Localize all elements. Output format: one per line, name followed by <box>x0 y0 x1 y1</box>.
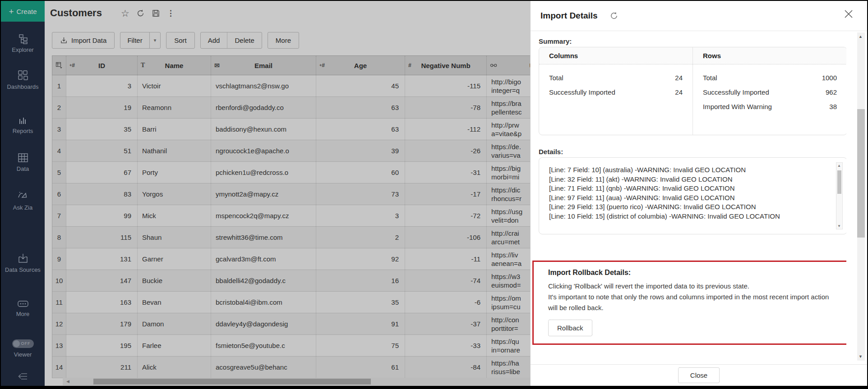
summary-row-value: 24 <box>675 74 683 82</box>
summary-rows-header: Rows <box>693 47 846 64</box>
summary-row-value: 38 <box>829 103 837 110</box>
summary-row-value: 1000 <box>822 74 837 82</box>
panel-body: Summary: Columns Total 24 Successfully I… <box>531 32 846 364</box>
summary-row-label: Successfully Imported <box>549 88 615 96</box>
details-warning-line: [Line: 71 Field: 11] (qnb) -WARNING: Inv… <box>549 184 827 193</box>
panel-refresh-icon[interactable] <box>609 11 619 20</box>
details-warning-line: [Line: 10 Field: 15] (district of columb… <box>549 212 827 221</box>
summary-columns-header: Columns <box>539 47 693 64</box>
summary-row-label: Successfully Imported <box>703 88 769 96</box>
scroll-up-arrow-icon[interactable]: ▲ <box>859 34 863 39</box>
window-bottom-border <box>1 386 867 388</box>
rollback-heading: Import Rollback Details: <box>548 269 843 277</box>
summary-row-value: 24 <box>675 88 683 96</box>
summary-row-label: Total <box>549 74 563 82</box>
details-warning-line: [Line: 29 Field: 13] (puerto rico) -WARN… <box>549 202 827 212</box>
details-label: Details: <box>539 148 846 156</box>
details-warning-line: [Line: 97 Field: 11] (aua) -WARNING: Inv… <box>549 193 827 203</box>
rollback-description-line: It's important to note that only the row… <box>548 292 839 313</box>
import-details-panel: Import Details Summary: Columns Total 24 <box>530 1 867 386</box>
rollback-button[interactable]: Rollback <box>548 320 592 336</box>
summary-row: Imported With Warning 38 <box>703 103 837 110</box>
rollback-description-line: Clicking 'Rollback' will revert the impo… <box>548 281 839 292</box>
details-scrollbar-thumb[interactable] <box>837 170 841 194</box>
panel-header: Import Details <box>531 1 867 31</box>
summary-row-label: Total <box>703 74 717 82</box>
summary-row: Successfully Imported 24 <box>549 88 683 96</box>
app-window: + Create Explorer Dashboards Reports Dat… <box>0 0 868 389</box>
summary-label: Summary: <box>539 37 846 45</box>
panel-title: Import Details <box>540 11 598 21</box>
details-scrollbar[interactable]: ▲ ▼ <box>836 162 843 229</box>
panel-footer: Close <box>531 364 867 386</box>
summary-row-value: 962 <box>826 88 837 96</box>
details-warning-line: [Line: 7 Field: 10] (australia) -WARNING… <box>549 165 827 175</box>
panel-close-icon[interactable] <box>843 8 854 22</box>
scroll-up-arrow-icon[interactable]: ▲ <box>837 164 841 168</box>
modal-dim-overlay <box>1 1 530 386</box>
panel-scrollbar[interactable]: ▲ ▼ <box>857 32 865 361</box>
summary-row: Total 24 <box>549 74 683 82</box>
summary-row: Successfully Imported 962 <box>703 88 837 96</box>
details-warning-line: [Line: 32 Field: 11] (akt) -WARNING: Inv… <box>549 175 827 184</box>
scroll-down-arrow-icon[interactable]: ▼ <box>837 224 841 228</box>
panel-scrollbar-thumb[interactable] <box>857 109 865 238</box>
summary-rows-section: Rows Total 1000 Successfully Imported 96… <box>693 47 846 135</box>
scroll-down-arrow-icon[interactable]: ▼ <box>859 354 863 359</box>
close-button[interactable]: Close <box>678 367 720 383</box>
summary-columns-section: Columns Total 24 Successfully Imported 2… <box>539 47 693 135</box>
import-rollback-section: Import Rollback Details: Clicking 'Rollb… <box>532 261 846 345</box>
details-card: [Line: 7 Field: 10] (australia) -WARNING… <box>539 157 846 234</box>
details-lines: [Line: 7 Field: 10] (australia) -WARNING… <box>549 165 827 221</box>
summary-row: Total 1000 <box>703 74 837 82</box>
summary-row-label: Imported With Warning <box>703 103 772 110</box>
rollback-description: Clicking 'Rollback' will revert the impo… <box>548 281 839 313</box>
summary-card: Columns Total 24 Successfully Imported 2… <box>539 47 846 135</box>
